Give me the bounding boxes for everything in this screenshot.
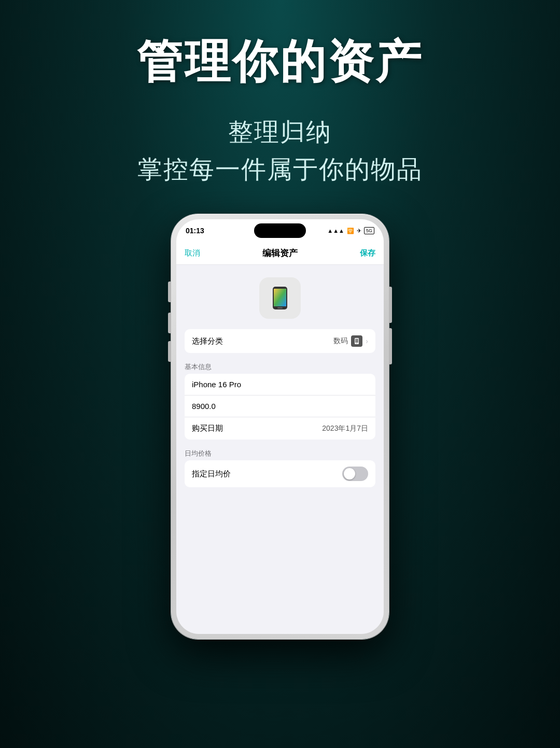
asset-icon-bg[interactable] <box>259 277 301 319</box>
category-row[interactable]: 选择分类 数码 › <box>185 329 375 353</box>
category-section-card: 选择分类 数码 › <box>185 329 375 353</box>
toggle-thumb <box>344 468 355 479</box>
hero-subtitle: 整理归纳 掌控每一件属于你的物品 <box>0 114 560 188</box>
purchase-date-label: 购买日期 <box>192 424 223 433</box>
asset-price-row[interactable]: 8900.0 <box>185 396 375 417</box>
phone-outer-shell: 01:13 ▲▲▲ 🛜 ✈ 5G 取消 编辑资产 保存 <box>171 214 389 639</box>
status-bar: 01:13 ▲▲▲ 🛜 ✈ 5G <box>176 219 384 242</box>
signal-icon: ▲▲▲ <box>327 228 344 234</box>
status-time: 01:13 <box>186 227 204 235</box>
svg-rect-4 <box>277 307 283 308</box>
airplane-icon: ✈ <box>357 228 361 234</box>
nav-title: 编辑资产 <box>262 247 298 259</box>
purchase-date-value: 2023年1月7日 <box>322 424 368 433</box>
daily-price-card: 指定日均价 <box>185 460 375 487</box>
asset-icon-section <box>176 265 384 329</box>
category-value-text: 数码 <box>333 336 348 346</box>
nav-bar: 取消 编辑资产 保存 <box>176 242 384 265</box>
hero-subtitle-line2: 掌控每一件属于你的物品 <box>137 156 423 183</box>
wifi-icon: 🛜 <box>347 228 354 234</box>
svg-rect-2 <box>274 289 286 306</box>
asset-icon-image <box>265 284 295 313</box>
category-phone-icon <box>351 335 362 347</box>
dynamic-island <box>254 223 306 238</box>
basic-info-header: 基本信息 <box>176 359 384 374</box>
svg-rect-6 <box>355 339 358 343</box>
daily-price-toggle-row: 指定日均价 <box>185 460 375 487</box>
asset-name-value: iPhone 16 Pro <box>192 380 241 389</box>
daily-price-toggle-label: 指定日均价 <box>192 469 231 479</box>
daily-price-header: 日均价格 <box>176 446 384 460</box>
save-button[interactable]: 保存 <box>360 248 375 258</box>
asset-price-value: 8900.0 <box>192 402 216 411</box>
svg-rect-7 <box>356 343 358 344</box>
category-value-group: 数码 › <box>333 335 368 347</box>
status-icons: ▲▲▲ 🛜 ✈ 5G <box>327 227 374 234</box>
category-chevron: › <box>366 337 368 345</box>
hero-subtitle-line1: 整理归纳 <box>228 118 332 146</box>
basic-info-card: iPhone 16 Pro 8900.0 购买日期 2023年1月7日 <box>185 374 375 440</box>
purchase-date-row[interactable]: 购买日期 2023年1月7日 <box>185 417 375 440</box>
screen-content: 选择分类 数码 › <box>176 265 384 634</box>
asset-name-row[interactable]: iPhone 16 Pro <box>185 374 375 396</box>
phone-mockup: 01:13 ▲▲▲ 🛜 ✈ 5G 取消 编辑资产 保存 <box>0 214 560 639</box>
category-label: 选择分类 <box>192 336 223 346</box>
cancel-button[interactable]: 取消 <box>185 248 200 258</box>
svg-rect-3 <box>277 287 283 289</box>
battery-5g-icon: 5G <box>364 227 374 234</box>
daily-price-toggle[interactable] <box>342 467 368 481</box>
hero-title: 管理你的资产 <box>0 0 560 93</box>
phone-screen: 01:13 ▲▲▲ 🛜 ✈ 5G 取消 编辑资产 保存 <box>176 219 384 634</box>
